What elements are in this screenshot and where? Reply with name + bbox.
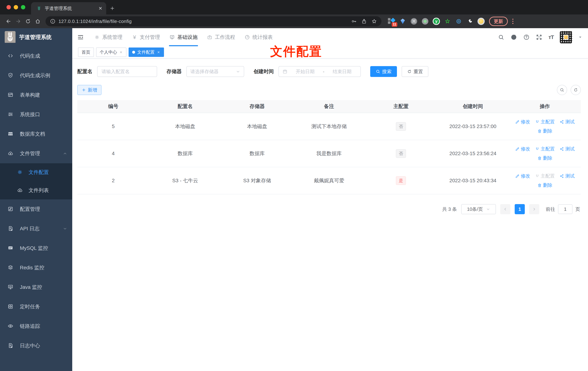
master-action[interactable]: 主配置: [535, 173, 555, 179]
delete-action[interactable]: 删除: [537, 182, 552, 188]
avatar-caret-icon[interactable]: [578, 35, 582, 39]
storage-filter-select[interactable]: 请选择存储器: [186, 66, 244, 77]
sidebar-item[interactable]: 配置管理: [0, 199, 72, 219]
font-size-icon[interactable]: ᴛT: [548, 34, 554, 40]
table-body: 5本地磁盘本地磁盘测试下本地存储否2022-03-15 23:57:00修改主配…: [77, 113, 581, 194]
sidebar-item[interactable]: Redis 监控: [0, 258, 72, 277]
page-unit-label: 页: [575, 206, 580, 212]
url-text[interactable]: 127.0.0.1:1024/infra/file/file-config: [59, 19, 348, 24]
table-cell: 本地磁盘: [221, 123, 293, 130]
page-number-button[interactable]: 1: [515, 204, 525, 214]
close-window-button[interactable]: [7, 5, 11, 9]
chrome-update-button[interactable]: 更新: [489, 17, 508, 26]
show-search-toggle-button[interactable]: [557, 85, 567, 95]
site-info-icon[interactable]: [50, 18, 56, 24]
password-key-icon[interactable]: [351, 18, 357, 24]
tag-close-icon[interactable]: [157, 50, 160, 54]
sidebar-item[interactable]: 表单构建: [0, 85, 72, 105]
edit-action[interactable]: 修改: [515, 119, 530, 125]
pencil-icon: [515, 120, 520, 124]
github-icon[interactable]: [511, 34, 517, 41]
bookmark-star-icon[interactable]: [371, 18, 377, 24]
help-icon[interactable]: [523, 34, 530, 41]
dbtable-icon: [8, 131, 14, 137]
sidebar-item[interactable]: API 日志: [0, 219, 72, 238]
sidebar-item[interactable]: 链路追踪: [0, 317, 72, 336]
delete-action[interactable]: 删除: [537, 128, 552, 134]
sidebar-item[interactable]: 日志中心: [0, 336, 72, 355]
omnibox[interactable]: 127.0.0.1:1024/infra/file/file-config: [45, 16, 381, 26]
goto-page-input[interactable]: [558, 204, 572, 214]
test-action[interactable]: 测试: [559, 146, 575, 152]
tag-close-icon[interactable]: [119, 50, 123, 54]
ext-eye-icon[interactable]: [455, 18, 462, 25]
next-page-button[interactable]: [529, 204, 539, 214]
forward-button[interactable]: [13, 16, 23, 26]
ext-y-icon[interactable]: y: [433, 18, 440, 25]
ext-green-dot-icon[interactable]: [421, 18, 429, 25]
nav-item[interactable]: ¥支付管理: [127, 28, 165, 46]
sidebar-item[interactable]: Java 监控: [0, 277, 72, 297]
ext-star-icon[interactable]: [444, 18, 451, 25]
table-cell: 数据库: [221, 150, 293, 157]
form-icon: [8, 92, 14, 98]
master-action[interactable]: 主配置: [535, 119, 555, 125]
refresh-table-button[interactable]: [571, 85, 581, 95]
share-icon[interactable]: [361, 18, 367, 24]
leaf-favicon: [36, 5, 42, 11]
master-action[interactable]: 主配置: [535, 146, 555, 152]
ext-command-icon[interactable]: ⌘: [410, 18, 418, 25]
test-action[interactable]: 测试: [559, 173, 575, 179]
app-logo[interactable]: 芋道管理系统: [0, 28, 72, 46]
nav-item[interactable]: 统计报表: [240, 28, 277, 46]
sidebar-collapse-icon[interactable]: [74, 31, 87, 43]
prev-page-button[interactable]: [500, 204, 510, 214]
eye-icon: [8, 323, 14, 329]
new-tab-button[interactable]: [106, 2, 118, 14]
search-button[interactable]: 搜索: [370, 66, 397, 77]
edit-action[interactable]: 修改: [515, 146, 530, 152]
sidebar-item[interactable]: 定时任务: [0, 297, 72, 317]
tag-item[interactable]: 首页: [78, 47, 94, 57]
tag-active[interactable]: 文件配置: [129, 47, 164, 57]
edit-action[interactable]: 修改: [515, 173, 530, 179]
sidebar-item[interactable]: 数据库文档: [0, 124, 72, 144]
add-button[interactable]: 新增: [77, 85, 102, 95]
sidebar-item[interactable]: MySQL 监控: [0, 238, 72, 258]
sidebar-subitem[interactable]: 文件配置: [0, 163, 72, 181]
tag-item[interactable]: 个人中心: [96, 47, 126, 57]
nav-item[interactable]: 基础设施: [165, 28, 202, 46]
delete-action[interactable]: 删除: [537, 155, 552, 161]
status-badge: 否: [396, 122, 406, 131]
nav-item[interactable]: 工作流程: [202, 28, 240, 46]
search-icon[interactable]: [498, 34, 504, 41]
user-avatar[interactable]: [560, 31, 572, 43]
tags-view: 首页个人中心文件配置: [72, 46, 588, 59]
minimize-window-button[interactable]: [14, 5, 18, 9]
browser-menu-icon[interactable]: [509, 18, 516, 25]
ext-gem-icon[interactable]: [399, 18, 406, 25]
reset-button[interactable]: 重置: [402, 66, 428, 77]
ext-diamond-icon[interactable]: 11: [388, 18, 395, 25]
page-size-select[interactable]: 10条/页: [461, 204, 496, 214]
tab-close-icon[interactable]: [97, 5, 103, 11]
sidebar-item[interactable]: 系统接口: [0, 105, 72, 124]
sidebar-item[interactable]: 文件管理: [0, 144, 72, 163]
name-filter-label: 配置名: [77, 68, 93, 75]
data-table: 编号配置名存储器备注主配置创建时间操作 5本地磁盘本地磁盘测试下本地存储否202…: [77, 100, 581, 194]
sidebar-item[interactable]: 代码生成示例: [0, 66, 72, 85]
extensions-puzzle-icon[interactable]: [466, 18, 473, 25]
nav-item[interactable]: 系统管理: [90, 28, 127, 46]
zoom-window-button[interactable]: [21, 5, 25, 9]
reload-button[interactable]: [23, 16, 33, 26]
ext-emoji-icon[interactable]: [477, 18, 485, 25]
name-filter-input[interactable]: [97, 66, 157, 77]
sidebar-item[interactable]: 代码生成: [0, 46, 72, 66]
test-action[interactable]: 测试: [559, 119, 575, 125]
home-button[interactable]: [33, 16, 43, 26]
date-range-picker[interactable]: 开始日期 - 结束日期: [278, 66, 361, 77]
fullscreen-icon[interactable]: [536, 34, 542, 41]
browser-tab[interactable]: 芋道管理系统: [31, 2, 106, 14]
sidebar-subitem[interactable]: 文件列表: [0, 181, 72, 199]
back-button[interactable]: [4, 16, 13, 26]
